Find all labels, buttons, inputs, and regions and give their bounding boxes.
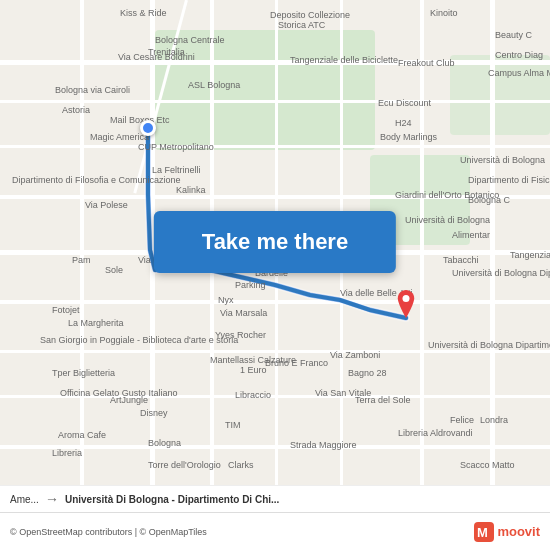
campus-park [450,55,550,135]
route-from: Ame... [10,494,39,505]
route-to: Università Di Bologna - Dipartimento Di … [65,494,279,505]
road-v7 [490,0,495,550]
road-v4 [275,0,278,550]
road-v2 [150,0,155,550]
moovit-icon: M [474,522,494,542]
moovit-text: moovit [497,524,540,539]
route-info-bar: Ame... → Università Di Bologna - Diparti… [0,485,550,512]
road-v6 [420,0,424,550]
svg-point-0 [403,295,410,302]
svg-text:M: M [477,525,488,540]
origin-marker [140,120,156,136]
road-v3 [210,0,214,550]
road-v5 [340,0,343,550]
moovit-logo: M moovit [474,522,540,542]
destination-marker [395,290,417,318]
road-v1 [80,0,84,550]
map-container: Kiss & RideDeposito CollezioneStorica AT… [0,0,550,550]
route-arrow: → [45,491,59,507]
bottom-left: © OpenStreetMap contributors | © OpenMap… [10,527,207,537]
bottom-bar: © OpenStreetMap contributors | © OpenMap… [0,512,550,550]
take-me-there-button[interactable]: Take me there [154,211,396,273]
copyright-text: © OpenStreetMap contributors | © OpenMap… [10,527,207,537]
